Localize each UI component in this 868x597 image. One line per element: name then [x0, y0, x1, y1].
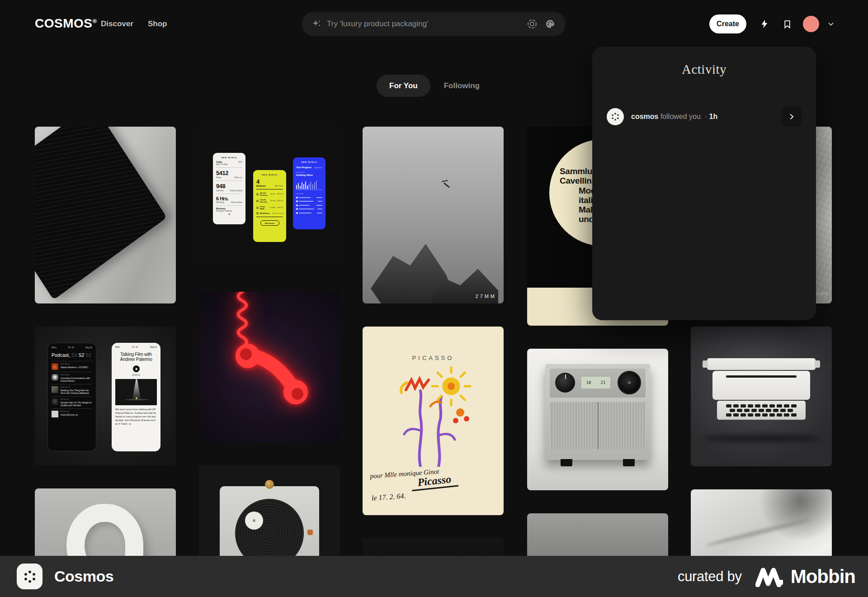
turntable-adapter [265, 480, 274, 489]
play-icon [133, 365, 140, 372]
user-avatar[interactable] [803, 16, 819, 32]
fitness-phone-white: NEW WORLD Today87% Mon, 23 Sep 5412 Step… [213, 153, 245, 224]
mobbin-wordmark: Mobbin [791, 566, 855, 588]
lightning-icon[interactable] [755, 14, 774, 34]
episode-thumbnail [52, 411, 58, 417]
cosmos-footer-logo[interactable] [17, 564, 42, 589]
feed-card-diver-photo[interactable]: 27MM [363, 127, 504, 303]
feed-card-neon-phone[interactable] [199, 292, 340, 442]
picasso-title: PICASSO [363, 355, 504, 361]
cosmos-dots-icon [610, 112, 620, 122]
motivation-button: Motivation [260, 220, 279, 226]
footer-app-name: Cosmos [54, 568, 113, 585]
podcast-menu: Menu [52, 346, 57, 349]
notification-row[interactable]: cosmos followed you · 1h [599, 103, 809, 130]
podcast-episode: E/11, Feb 09 Unending Conversations with… [52, 372, 92, 384]
podcast-episode: E/10, Dec 21 Building One Thing After th… [52, 384, 92, 396]
episode-image [115, 379, 157, 405]
fitness-phone-yellow: NEW WORLD 4 WorkoutsAmazing ● Social Pra… [253, 170, 286, 242]
feed-card-fitness-app[interactable]: NEW WORLD Today87% Mon, 23 Sep 5412 Step… [199, 127, 340, 263]
create-button[interactable]: Create [709, 14, 746, 33]
chevron-right-icon[interactable] [782, 107, 802, 127]
palette-icon[interactable] [545, 19, 556, 29]
podcast-episode: E/12, Feb 16 Adrian Martinez + STURDY [52, 361, 92, 372]
podcast-phone-light: Back M—W Bag (0) Talking Film with Andre… [112, 343, 160, 451]
tab-following[interactable]: Following [444, 81, 480, 90]
episode-headline: Talking Film with Andrew Palermo [115, 352, 157, 362]
registered-mark: ® [92, 18, 97, 24]
mini-bar-chart [296, 180, 322, 190]
radio-knob [555, 373, 575, 393]
feed-card-black-paper[interactable] [35, 127, 176, 303]
podcast-bag: Bag (0) [150, 346, 157, 348]
tab-for-you[interactable]: For You [377, 75, 430, 97]
activity-title: Activity [592, 62, 816, 77]
search-bar[interactable] [302, 12, 566, 36]
turntable-cartridge [307, 530, 313, 535]
feed-card-braun-radio[interactable]: 10 21 [527, 349, 668, 490]
neon-handset-illustration [199, 292, 340, 442]
search-input[interactable] [327, 19, 527, 28]
picasso-handwriting: pour Mlle monique Ginot Picasso le 17. 2… [370, 466, 459, 502]
footer-bar: Cosmos curated by Mobbin [0, 556, 868, 597]
podcast-brand: M—W [132, 346, 138, 348]
photo-caption: 27MM [475, 294, 496, 299]
radio-display: 10 21 [581, 377, 610, 389]
feed-card-picasso-print[interactable]: PICASSO [363, 327, 504, 515]
podcast-episode: E/8, Dec 04 Andy McCune on [52, 408, 92, 419]
diver-figure [443, 182, 450, 188]
podcast-brand: M—W [68, 346, 74, 349]
typewriter [707, 358, 816, 420]
mobbin-mark-icon [755, 566, 784, 587]
episode-body: We spent some time chatting with DP Andr… [115, 408, 157, 426]
cosmos-dots-icon [22, 569, 38, 584]
bookmark-icon[interactable] [777, 14, 797, 34]
podcast-title: Podcast, S3 S2 S1 [52, 352, 92, 358]
sparkle-icon [311, 19, 321, 29]
podcast-episode: E/9, Dec 11 Decatur Dan On The Weight of… [52, 396, 92, 408]
feed-tabs: For You Following [377, 75, 480, 97]
episode-thumbnail [52, 374, 58, 381]
top-navigation: COSMOS® Discover Shop [0, 0, 868, 47]
turntable-center-cap [245, 512, 263, 530]
activity-panel: Activity cosmos followed you · 1h [592, 47, 816, 320]
podcast-phone-dark: Menu M—W Bag (0) Podcast, S3 S2 S1 E/12,… [47, 343, 96, 451]
podcast-bag: Bag (0) [85, 346, 92, 349]
episode-thumbnail [52, 386, 58, 393]
radio-unit: 10 21 [545, 364, 650, 460]
cosmos-app: Menu M—W Bag (0) Podcast, S3 S2 S1 E/12,… [0, 0, 868, 597]
picasso-flowers-drawing [363, 363, 504, 467]
episode-thumbnail [52, 363, 58, 370]
radio-speaker [618, 371, 641, 394]
nav-link-shop[interactable]: Shop [148, 19, 167, 28]
episode-thumbnail [52, 398, 58, 405]
notification-text: cosmos followed you · 1h [631, 113, 717, 121]
cosmos-logo[interactable]: COSMOS® [35, 16, 97, 31]
visual-search-icon[interactable] [527, 19, 538, 29]
episode-timestamp: 00:55:14 [115, 374, 157, 376]
cosmos-dots-avatar [607, 108, 624, 125]
podcast-back: Back [115, 346, 120, 348]
feed-card-podcast-app[interactable]: Menu M—W Bag (0) Podcast, S3 S2 S1 E/12,… [35, 327, 176, 465]
black-paper-shape [35, 127, 167, 300]
feed-card-typewriter[interactable] [691, 327, 832, 466]
fitness-phone-blue: NEW WORLD Your ProgressSeptember Goal tr… [293, 157, 326, 229]
nav-link-discover[interactable]: Discover [101, 19, 133, 28]
chevron-down-icon[interactable] [821, 14, 841, 34]
curated-by-label: curated by [678, 569, 742, 585]
mobbin-logo[interactable]: Mobbin [755, 566, 855, 588]
